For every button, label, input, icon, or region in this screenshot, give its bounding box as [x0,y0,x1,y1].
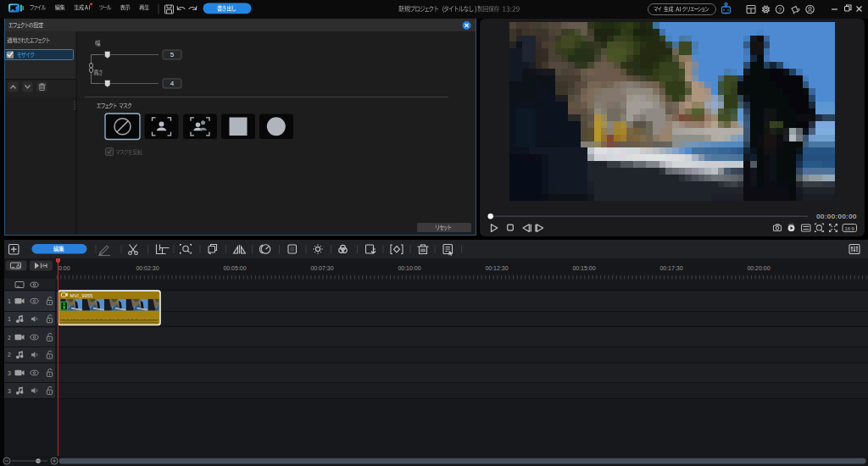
svg-text:2: 2 [8,335,11,341]
svg-text:00:02:30: 00:02:30 [136,265,159,271]
svg-text:16:9: 16:9 [845,226,854,231]
svg-text:MVI_9955: MVI_9955 [70,293,94,298]
svg-text:1: 1 [8,298,11,304]
svg-text:00:10:00: 00:10:00 [398,265,420,271]
svg-text:5: 5 [170,51,175,58]
svg-text:2: 2 [8,352,11,358]
svg-text:?: ? [778,6,782,14]
svg-text:00:15:00: 00:15:00 [572,265,595,271]
svg-text:0:00: 0:00 [58,265,70,271]
svg-text:00:07:30: 00:07:30 [310,265,333,271]
svg-text:3: 3 [8,388,11,394]
svg-text:00:00:00:00: 00:00:00:00 [816,213,857,220]
svg-text:4: 4 [170,80,175,87]
svg-text:00:17:30: 00:17:30 [659,265,682,271]
svg-text:00:20:00: 00:20:00 [747,265,770,271]
svg-text:00:12:30: 00:12:30 [485,265,508,271]
svg-text:3: 3 [8,370,11,376]
svg-text:1: 1 [8,316,11,322]
svg-text:00:05:00: 00:05:00 [223,265,246,271]
